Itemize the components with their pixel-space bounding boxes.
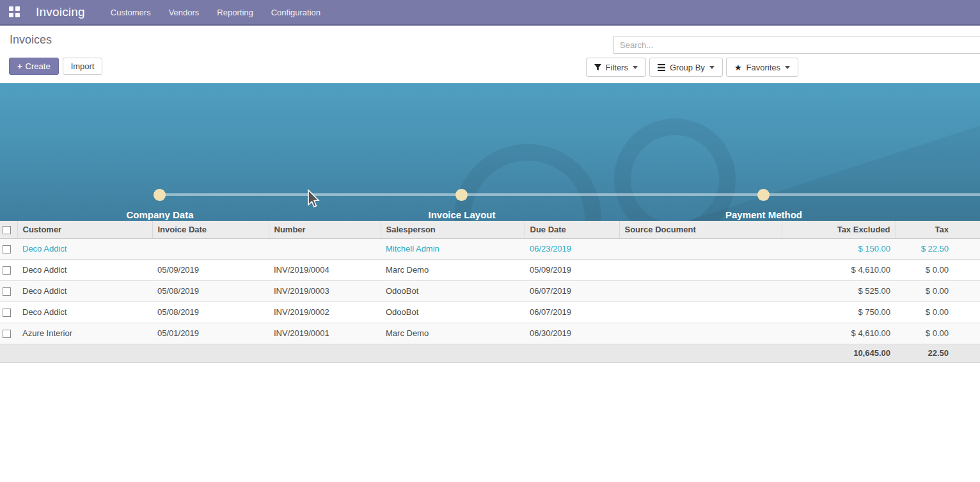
row-checkbox[interactable] — [3, 245, 11, 253]
cell-number[interactable]: INV/2019/0001 — [269, 323, 381, 344]
step-dot-payment-method — [757, 189, 770, 201]
caret-down-icon — [785, 66, 790, 69]
cell-invoice-date[interactable]: 05/09/2019 — [152, 259, 269, 280]
col-header-salesperson[interactable]: Salesperson — [381, 221, 525, 238]
cell-customer[interactable]: Deco Addict — [17, 259, 152, 280]
cell-invoice-date[interactable]: 05/08/2019 — [152, 301, 269, 323]
cell-tax-excluded[interactable]: $ 525.00 — [782, 280, 896, 301]
create-button[interactable]: +Create — [9, 58, 59, 75]
cell-customer[interactable]: Deco Addict — [17, 301, 152, 323]
cell-source-document[interactable] — [619, 259, 782, 280]
onboarding-banner: Company Data Set your company's data for… — [0, 83, 980, 221]
step-dot-company-data — [154, 189, 166, 201]
col-header-invoice-date[interactable]: Invoice Date — [152, 221, 269, 238]
cell-source-document[interactable] — [619, 301, 782, 323]
step-title: Payment Method — [725, 209, 802, 220]
cell-tax-excluded[interactable]: $ 150.00 — [782, 238, 896, 259]
row-checkbox[interactable] — [3, 330, 11, 338]
breadcrumb: Invoices — [10, 33, 52, 47]
filters-button[interactable]: Filters — [586, 58, 646, 77]
favorites-button[interactable]: ★ Favorites — [726, 58, 798, 77]
col-header-tax-excluded[interactable]: Tax Excluded — [782, 221, 896, 238]
cell-tax-excluded[interactable]: $ 4,610.00 — [782, 259, 896, 280]
cell-invoice-date[interactable] — [152, 238, 269, 259]
plus-icon: + — [17, 61, 22, 71]
banner-decoration — [605, 109, 745, 221]
filter-icon — [594, 64, 601, 71]
cell-number[interactable]: INV/2019/0004 — [269, 259, 381, 280]
invoicing-page: Invoicing Customers Vendors Reporting Co… — [0, 0, 980, 482]
table-row[interactable]: Deco Addict 05/08/2019 INV/2019/0003 Odo… — [0, 280, 980, 301]
total-tax-excluded: 10,645.00 — [782, 344, 896, 362]
row-checkbox[interactable] — [3, 309, 11, 317]
col-header-source-document[interactable]: Source Document — [619, 221, 782, 238]
step-title: Company Data — [126, 209, 193, 220]
cell-due-date[interactable]: 05/09/2019 — [525, 259, 619, 280]
cell-tax[interactable]: $ 0.00 — [896, 259, 980, 280]
table-row[interactable]: Azure Interior 05/01/2019 INV/2019/0001 … — [0, 323, 980, 344]
cell-number[interactable]: INV/2019/0002 — [269, 301, 381, 323]
totals-row: 10,645.00 22.50 — [0, 344, 980, 362]
checkbox-cell — [0, 323, 17, 344]
invoices-table: Customer Invoice Date Number Salesperson… — [0, 221, 980, 363]
cell-customer[interactable]: Deco Addict — [17, 238, 152, 259]
checkbox-cell — [0, 301, 17, 323]
menu-item-vendors[interactable]: Vendors — [169, 8, 200, 17]
cell-tax[interactable]: $ 0.00 — [896, 323, 980, 344]
cp-buttons: +Create Import — [9, 58, 102, 75]
cell-salesperson[interactable]: OdooBot — [381, 301, 525, 323]
step-title: Invoice Layout — [428, 209, 495, 220]
top-navbar: Invoicing Customers Vendors Reporting Co… — [0, 0, 980, 26]
step-dot-invoice-layout — [455, 189, 468, 201]
menu-item-reporting[interactable]: Reporting — [217, 8, 253, 17]
cell-tax-excluded[interactable]: $ 4,610.00 — [782, 323, 896, 344]
col-header-tax[interactable]: Tax — [896, 221, 980, 238]
apps-menu-icon[interactable] — [9, 6, 20, 18]
caret-down-icon — [709, 66, 715, 69]
cell-due-date[interactable]: 06/23/2019 — [525, 238, 619, 259]
checkbox-cell — [0, 259, 17, 280]
cell-tax[interactable]: $ 0.00 — [896, 280, 980, 301]
checkbox-cell — [0, 238, 17, 259]
cell-due-date[interactable]: 06/07/2019 — [525, 280, 619, 301]
cell-tax[interactable]: $ 0.00 — [896, 301, 980, 323]
app-name: Invoicing — [36, 5, 85, 19]
cell-salesperson[interactable]: OdooBot — [381, 280, 525, 301]
select-all-cell — [0, 221, 17, 238]
select-all-checkbox[interactable] — [3, 226, 11, 234]
cell-tax[interactable]: $ 22.50 — [896, 238, 980, 259]
col-header-number[interactable]: Number — [269, 221, 381, 238]
onboarding-step-company-data: Company Data Set your company's data for… — [58, 209, 262, 221]
group-by-icon — [658, 64, 665, 71]
search-input[interactable] — [613, 36, 980, 54]
total-tax: 22.50 — [896, 344, 980, 362]
cell-due-date[interactable]: 06/30/2019 — [525, 323, 619, 344]
group-by-button[interactable]: Group By — [649, 58, 723, 77]
cell-due-date[interactable]: 06/07/2019 — [525, 301, 619, 323]
cell-number[interactable]: INV/2019/0003 — [269, 280, 381, 301]
cell-customer[interactable]: Deco Addict — [17, 280, 152, 301]
cell-invoice-date[interactable]: 05/01/2019 — [152, 323, 269, 344]
onboarding-timeline — [160, 193, 980, 196]
row-checkbox[interactable] — [3, 287, 11, 296]
cell-source-document[interactable] — [619, 323, 782, 344]
table-row[interactable]: Deco Addict 05/08/2019 INV/2019/0002 Odo… — [0, 301, 980, 323]
cell-salesperson[interactable]: Marc Demo — [381, 323, 525, 344]
cell-number[interactable] — [269, 238, 381, 259]
cell-salesperson[interactable]: Mitchell Admin — [381, 238, 525, 259]
cell-source-document[interactable] — [619, 280, 782, 301]
cell-invoice-date[interactable]: 05/08/2019 — [152, 280, 269, 301]
table-row[interactable]: Deco Addict Mitchell Admin 06/23/2019 $ … — [0, 238, 980, 259]
control-panel: Invoices +Create Import Filters Group By… — [0, 26, 980, 83]
menu-item-configuration[interactable]: Configuration — [271, 8, 320, 17]
cell-salesperson[interactable]: Marc Demo — [381, 259, 525, 280]
import-button[interactable]: Import — [63, 58, 103, 75]
row-checkbox[interactable] — [3, 266, 11, 275]
col-header-customer[interactable]: Customer — [17, 221, 152, 238]
col-header-due-date[interactable]: Due Date — [525, 221, 619, 238]
cell-tax-excluded[interactable]: $ 750.00 — [782, 301, 896, 323]
cell-customer[interactable]: Azure Interior — [17, 323, 152, 344]
cell-source-document[interactable] — [619, 238, 782, 259]
table-row[interactable]: Deco Addict 05/09/2019 INV/2019/0004 Mar… — [0, 259, 980, 280]
menu-item-customers[interactable]: Customers — [111, 8, 151, 17]
